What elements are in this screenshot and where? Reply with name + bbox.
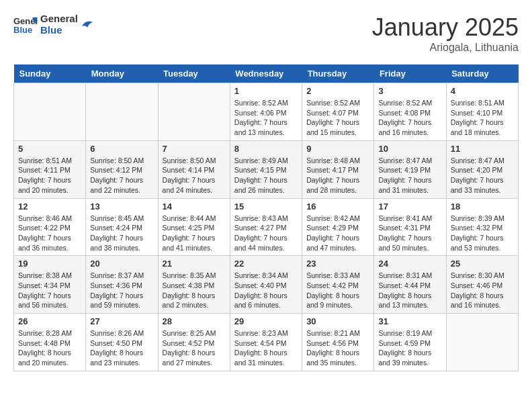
day-info: Sunrise: 8:47 AM Sunset: 4:19 PM Dayligh… (378, 156, 441, 195)
day-number: 23 (306, 259, 369, 269)
calendar-cell: 29Sunrise: 8:23 AM Sunset: 4:54 PM Dayli… (230, 314, 302, 371)
day-info: Sunrise: 8:23 AM Sunset: 4:54 PM Dayligh… (234, 328, 298, 368)
logo-bird-icon (81, 18, 94, 32)
week-row-5: 26Sunrise: 8:28 AM Sunset: 4:48 PM Dayli… (14, 314, 519, 371)
day-info: Sunrise: 8:48 AM Sunset: 4:17 PM Dayligh… (306, 156, 369, 195)
calendar-cell: 13Sunrise: 8:45 AM Sunset: 4:24 PM Dayli… (86, 198, 158, 256)
week-row-2: 5Sunrise: 8:51 AM Sunset: 4:11 PM Daylig… (14, 140, 519, 198)
day-info: Sunrise: 8:38 AM Sunset: 4:34 PM Dayligh… (18, 271, 81, 310)
day-number: 21 (163, 259, 226, 269)
day-info: Sunrise: 8:41 AM Sunset: 4:31 PM Dayligh… (378, 214, 441, 253)
day-header-wednesday: Wednesday (230, 64, 302, 83)
day-info: Sunrise: 8:49 AM Sunset: 4:15 PM Dayligh… (234, 156, 298, 195)
calendar-cell: 1Sunrise: 8:52 AM Sunset: 4:06 PM Daylig… (230, 83, 302, 141)
day-number: 1 (234, 86, 298, 96)
page-header: General Blue General Blue January 2025 A… (13, 13, 519, 54)
svg-text:Blue: Blue (13, 25, 32, 35)
day-number: 9 (306, 144, 369, 154)
day-number: 10 (378, 144, 441, 154)
day-header-friday: Friday (374, 64, 446, 83)
month-title: January 2025 (372, 13, 519, 42)
day-info: Sunrise: 8:50 AM Sunset: 4:14 PM Dayligh… (163, 156, 226, 195)
day-number: 11 (451, 144, 514, 154)
day-info: Sunrise: 8:50 AM Sunset: 4:12 PM Dayligh… (90, 156, 153, 195)
day-number: 6 (90, 144, 153, 154)
calendar-cell: 8Sunrise: 8:49 AM Sunset: 4:15 PM Daylig… (230, 140, 302, 198)
day-info: Sunrise: 8:33 AM Sunset: 4:42 PM Dayligh… (306, 271, 369, 310)
day-number: 26 (18, 316, 81, 326)
days-header-row: SundayMondayTuesdayWednesdayThursdayFrid… (14, 64, 519, 83)
day-number: 15 (234, 201, 298, 212)
day-number: 8 (234, 144, 298, 154)
day-number: 17 (378, 201, 441, 212)
calendar-cell (158, 83, 230, 141)
day-number: 7 (163, 144, 226, 154)
day-info: Sunrise: 8:51 AM Sunset: 4:11 PM Dayligh… (18, 156, 81, 195)
day-info: Sunrise: 8:52 AM Sunset: 4:08 PM Dayligh… (378, 98, 441, 138)
day-info: Sunrise: 8:39 AM Sunset: 4:32 PM Dayligh… (451, 214, 514, 253)
calendar-cell (86, 83, 158, 141)
logo-blue: Blue (40, 25, 78, 36)
day-info: Sunrise: 8:47 AM Sunset: 4:20 PM Dayligh… (451, 156, 514, 195)
calendar-cell: 28Sunrise: 8:25 AM Sunset: 4:52 PM Dayli… (158, 314, 230, 371)
day-info: Sunrise: 8:34 AM Sunset: 4:40 PM Dayligh… (234, 271, 298, 310)
calendar-cell: 20Sunrise: 8:37 AM Sunset: 4:36 PM Dayli… (86, 256, 158, 314)
calendar-cell: 6Sunrise: 8:50 AM Sunset: 4:12 PM Daylig… (86, 140, 158, 198)
calendar-cell: 26Sunrise: 8:28 AM Sunset: 4:48 PM Dayli… (14, 314, 86, 371)
day-number: 25 (451, 259, 514, 269)
day-info: Sunrise: 8:52 AM Sunset: 4:07 PM Dayligh… (306, 98, 369, 138)
calendar-cell: 15Sunrise: 8:43 AM Sunset: 4:27 PM Dayli… (230, 198, 302, 256)
day-info: Sunrise: 8:42 AM Sunset: 4:29 PM Dayligh… (306, 214, 369, 253)
calendar-cell: 24Sunrise: 8:31 AM Sunset: 4:44 PM Dayli… (374, 256, 446, 314)
day-header-sunday: Sunday (14, 64, 86, 83)
day-header-tuesday: Tuesday (158, 64, 230, 83)
day-number: 19 (18, 259, 81, 269)
day-info: Sunrise: 8:26 AM Sunset: 4:50 PM Dayligh… (90, 328, 153, 368)
day-number: 2 (306, 86, 369, 96)
day-info: Sunrise: 8:46 AM Sunset: 4:22 PM Dayligh… (18, 214, 81, 253)
day-number: 16 (306, 201, 369, 212)
day-info: Sunrise: 8:37 AM Sunset: 4:36 PM Dayligh… (90, 271, 153, 310)
day-header-saturday: Saturday (446, 64, 518, 83)
calendar-cell: 7Sunrise: 8:50 AM Sunset: 4:14 PM Daylig… (158, 140, 230, 198)
day-info: Sunrise: 8:52 AM Sunset: 4:06 PM Dayligh… (234, 98, 298, 138)
calendar-cell: 22Sunrise: 8:34 AM Sunset: 4:40 PM Dayli… (230, 256, 302, 314)
day-info: Sunrise: 8:51 AM Sunset: 4:10 PM Dayligh… (451, 98, 514, 138)
calendar-cell: 12Sunrise: 8:46 AM Sunset: 4:22 PM Dayli… (14, 198, 86, 256)
calendar-cell (14, 83, 86, 141)
day-number: 14 (163, 201, 226, 212)
title-block: January 2025 Ariogala, Lithuania (372, 13, 519, 54)
day-number: 30 (306, 316, 369, 326)
calendar-cell: 5Sunrise: 8:51 AM Sunset: 4:11 PM Daylig… (14, 140, 86, 198)
calendar-cell: 2Sunrise: 8:52 AM Sunset: 4:07 PM Daylig… (302, 83, 374, 141)
calendar-cell: 25Sunrise: 8:30 AM Sunset: 4:46 PM Dayli… (446, 256, 518, 314)
day-number: 22 (234, 259, 298, 269)
day-info: Sunrise: 8:21 AM Sunset: 4:56 PM Dayligh… (306, 328, 369, 368)
day-number: 12 (18, 201, 81, 212)
calendar-cell: 9Sunrise: 8:48 AM Sunset: 4:17 PM Daylig… (302, 140, 374, 198)
logo: General Blue General Blue (13, 13, 94, 36)
day-number: 13 (90, 201, 153, 212)
calendar-cell: 27Sunrise: 8:26 AM Sunset: 4:50 PM Dayli… (86, 314, 158, 371)
day-info: Sunrise: 8:31 AM Sunset: 4:44 PM Dayligh… (378, 271, 441, 310)
calendar-cell: 14Sunrise: 8:44 AM Sunset: 4:25 PM Dayli… (158, 198, 230, 256)
calendar-cell: 4Sunrise: 8:51 AM Sunset: 4:10 PM Daylig… (446, 83, 518, 141)
day-number: 5 (18, 144, 81, 154)
day-number: 20 (90, 259, 153, 269)
week-row-4: 19Sunrise: 8:38 AM Sunset: 4:34 PM Dayli… (14, 256, 519, 314)
calendar-cell: 3Sunrise: 8:52 AM Sunset: 4:08 PM Daylig… (374, 83, 446, 141)
calendar-cell: 18Sunrise: 8:39 AM Sunset: 4:32 PM Dayli… (446, 198, 518, 256)
day-info: Sunrise: 8:30 AM Sunset: 4:46 PM Dayligh… (451, 271, 514, 310)
day-number: 4 (451, 86, 514, 96)
day-info: Sunrise: 8:35 AM Sunset: 4:38 PM Dayligh… (163, 271, 226, 310)
day-info: Sunrise: 8:43 AM Sunset: 4:27 PM Dayligh… (234, 214, 298, 253)
location: Ariogala, Lithuania (372, 42, 519, 54)
day-info: Sunrise: 8:45 AM Sunset: 4:24 PM Dayligh… (90, 214, 153, 253)
day-number: 29 (234, 316, 298, 326)
logo-general: General (40, 13, 78, 25)
week-row-3: 12Sunrise: 8:46 AM Sunset: 4:22 PM Dayli… (14, 198, 519, 256)
day-number: 28 (163, 316, 226, 326)
week-row-1: 1Sunrise: 8:52 AM Sunset: 4:06 PM Daylig… (14, 83, 519, 141)
calendar-table: SundayMondayTuesdayWednesdayThursdayFrid… (13, 64, 519, 371)
day-number: 24 (378, 259, 441, 269)
